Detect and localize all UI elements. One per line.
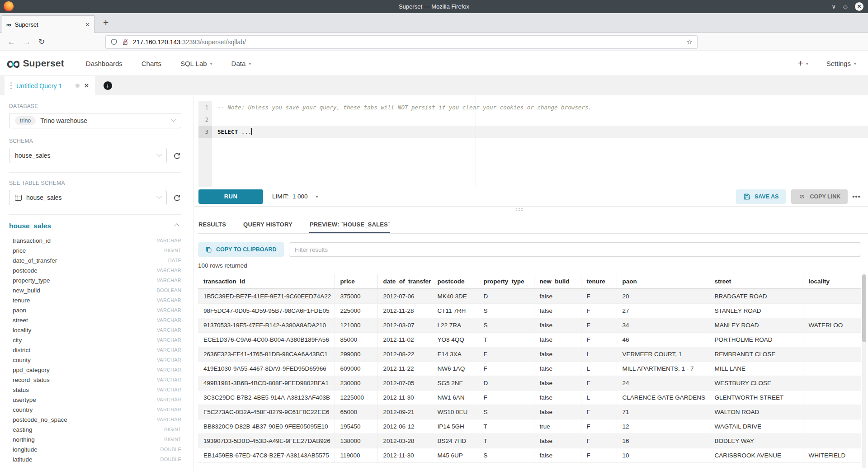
schema-column-row[interactable]: new_buildBOOLEAN [9, 285, 181, 295]
column-name: paon [13, 307, 26, 314]
schema-column-row[interactable]: postcodeVARCHAR [9, 265, 181, 275]
pane-resize-handle[interactable] [516, 208, 526, 211]
schema-column-row[interactable]: property_typeVARCHAR [9, 275, 181, 285]
window-minimize-icon[interactable]: ∨ [831, 4, 836, 9]
schema-column-row[interactable]: date_of_transferDATE [9, 255, 181, 265]
url-field[interactable]: 217.160.120.143:32393/superset/sqllab/ ☆ [105, 35, 698, 49]
save-as-button[interactable]: SAVE AS [736, 189, 786, 204]
table-cell: MANLEY ROAD [709, 318, 803, 332]
table-schema-title[interactable]: house_sales [9, 222, 51, 230]
tab-close-icon[interactable]: ✕ [85, 21, 90, 28]
table-row[interactable]: 98F5DC47-0D05-4D59-95B7-98CA6F1FDE052250… [198, 303, 861, 318]
scrollbar-thumb[interactable] [862, 274, 866, 342]
table-cell: NW1 6AN [432, 390, 478, 405]
nav-item-sql-lab[interactable]: SQL Lab▾ [180, 60, 212, 67]
schema-column-row[interactable]: paonVARCHAR [9, 305, 181, 315]
table-row[interactable]: 1B5C39ED-BE7F-41EF-9E71-9C60EED74A223750… [198, 289, 861, 303]
schema-column-row[interactable]: districtVARCHAR [9, 345, 181, 355]
schema-column-row[interactable]: cityVARCHAR [9, 335, 181, 345]
tab-query-history[interactable]: QUERY HISTORY [243, 216, 293, 233]
editor-code[interactable]: -- Note: Unless you save your query, the… [217, 101, 868, 138]
table-row[interactable]: EB1459EB-67ED-47C8-B2E7-A38143AB55751190… [198, 448, 861, 462]
column-header-property-type[interactable]: property_type [478, 274, 534, 289]
schema-column-row[interactable]: localityVARCHAR [9, 325, 181, 335]
filter-results-input[interactable] [289, 242, 861, 257]
nav-item-charts[interactable]: Charts [142, 60, 161, 67]
tab-preview-house-sales[interactable]: PREVIEW: `HOUSE_SALES` [309, 216, 391, 233]
add-new-button[interactable]: +▾ [798, 58, 808, 69]
window-close-icon[interactable]: ✕ [855, 2, 863, 11]
more-options-button[interactable]: ••• [852, 193, 861, 200]
reload-icon[interactable]: ↻ [38, 37, 45, 47]
refresh-table-icon[interactable] [173, 193, 181, 202]
sql-editor[interactable]: 123 -- Note: Unless you save your query,… [194, 95, 868, 187]
schema-column-row[interactable]: eastingBIGINT [9, 424, 181, 434]
schema-column-row[interactable]: transaction_idVARCHAR [9, 236, 181, 245]
column-header-date-of-transfer[interactable]: date_of_transfer [377, 274, 432, 289]
schema-column-row[interactable]: statusVARCHAR [9, 385, 181, 395]
refresh-schema-icon[interactable] [173, 151, 181, 160]
superset-brand[interactable]: ∞ Superset [6, 57, 64, 69]
schema-select[interactable]: house_sales [9, 148, 167, 163]
query-tab-close-icon[interactable]: ✕ [84, 82, 89, 89]
schema-column-row[interactable]: longitudeDOUBLE [9, 444, 181, 454]
table-cell: 10 [617, 448, 709, 462]
table-row[interactable]: 499B1981-3B6B-4BCD-808F-9FED9802BFA12300… [198, 376, 861, 390]
query-tab[interactable]: Untitled Query 1 ✕ [5, 76, 95, 95]
schema-column-row[interactable]: record_statusVARCHAR [9, 375, 181, 385]
table-row[interactable]: BB8320C9-D82B-4B37-90E0-9FEE05095E101954… [198, 419, 861, 433]
table-row[interactable]: ECE1D376-C9A6-4C00-B004-A380B189FA568500… [198, 332, 861, 347]
schema-column-row[interactable]: tenureVARCHAR [9, 295, 181, 305]
tab-results[interactable]: RESULTS [198, 216, 226, 233]
copy-link-button[interactable]: COPY LINK [791, 189, 848, 204]
column-header-new-build[interactable]: new_build [534, 274, 581, 289]
schema-column-row[interactable]: countyVARCHAR [9, 355, 181, 365]
forward-icon[interactable]: → [23, 38, 31, 47]
column-header-tenure[interactable]: tenure [581, 274, 617, 289]
new-tab-button[interactable]: + [103, 18, 108, 27]
schema-column-row[interactable]: countryVARCHAR [9, 405, 181, 414]
add-query-tab-button[interactable]: + [98, 76, 118, 95]
schema-column-row[interactable]: postcode_no_spaceVARCHAR [9, 414, 181, 424]
schema-column-row[interactable]: priceBIGINT [9, 245, 181, 255]
table-row[interactable]: 2636F323-FF41-4765-81DB-98CAA6A43BC12990… [198, 347, 861, 361]
schema-column-row[interactable]: latitudeDOUBLE [9, 454, 181, 464]
collapse-chevron-icon[interactable] [174, 223, 179, 228]
column-header-transaction-id[interactable]: transaction_id [198, 274, 335, 289]
copy-to-clipboard-label: COPY TO CLIPBOARD [216, 246, 277, 253]
code-line-sql: SELECT ... [217, 126, 868, 138]
back-icon[interactable]: ← [8, 38, 15, 47]
column-header-postcode[interactable]: postcode [432, 274, 478, 289]
schema-column-row[interactable]: northingBIGINT [9, 434, 181, 444]
column-name: postcode [13, 267, 38, 274]
superset-navbar: ∞ Superset DashboardsChartsSQL Lab▾Data▾… [0, 51, 868, 76]
table-row[interactable]: 419E1030-9A55-4467-8DA9-9FED95D659666090… [198, 361, 861, 376]
code-line-empty [217, 113, 868, 126]
table-row[interactable]: 193907D3-5DBD-453D-A49E-9FEE27DAB9261380… [198, 433, 861, 448]
table-row[interactable]: 3C3C29DC-B7B2-4BE5-914A-A38123AF403B1225… [198, 390, 861, 405]
column-header-price[interactable]: price [335, 274, 377, 289]
column-header-locality[interactable]: locality [803, 274, 861, 289]
column-header-paon[interactable]: paon [617, 274, 709, 289]
vertical-scrollbar[interactable] [862, 274, 866, 468]
window-maximize-icon[interactable]: ◇ [843, 4, 848, 9]
column-name: country [13, 406, 33, 413]
table-row[interactable]: 91370533-19F5-47FE-B142-A380A8ADA2101210… [198, 318, 861, 332]
schema-column-row[interactable]: ppd_categoryVARCHAR [9, 365, 181, 375]
limit-dropdown[interactable]: LIMIT: 1 000 ▾ [272, 193, 318, 200]
browser-tab[interactable]: ∞ Superset ✕ [2, 15, 94, 33]
column-header-street[interactable]: street [709, 274, 803, 289]
schema-column-row[interactable]: usertypeVARCHAR [9, 395, 181, 405]
nav-item-data[interactable]: Data▾ [231, 60, 251, 67]
bookmark-star-icon[interactable]: ☆ [687, 38, 693, 46]
nav-item-dashboards[interactable]: Dashboards [86, 60, 123, 67]
drag-handle-icon[interactable] [10, 82, 12, 89]
copy-to-clipboard-button[interactable]: COPY TO CLIPBOARD [198, 242, 284, 257]
column-name: status [13, 386, 29, 393]
run-button[interactable]: RUN [198, 189, 263, 204]
database-select[interactable]: trino Trino warehouse [9, 113, 181, 128]
table-row[interactable]: F5C273AC-0D2A-458F-8279-9C61F0C22EC66500… [198, 405, 861, 419]
schema-column-row[interactable]: streetVARCHAR [9, 315, 181, 325]
table-select[interactable]: house_sales [9, 190, 167, 205]
settings-menu[interactable]: Settings▾ [826, 60, 856, 67]
